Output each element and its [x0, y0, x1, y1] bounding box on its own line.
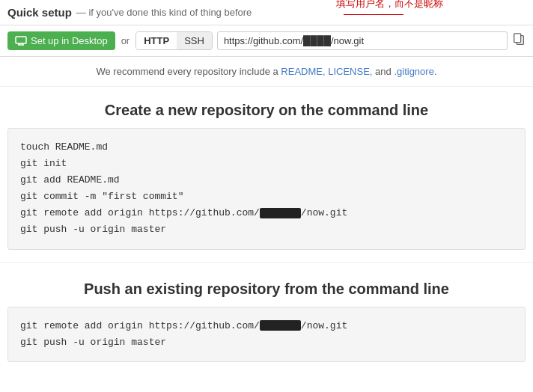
svg-rect-5	[514, 33, 521, 42]
protocol-tabs: HTTP SSH	[135, 31, 213, 50]
ssh-tab[interactable]: SSH	[177, 32, 212, 49]
url-bar-section: Set up in Desktop or HTTP SSH	[0, 25, 533, 57]
gitignore-link[interactable]: .gitignore	[394, 66, 433, 77]
section2-code: git remote add origin https://github.com…	[7, 307, 526, 362]
redacted-username-1	[260, 208, 301, 218]
recommend-bar: We recommend every repository include a …	[0, 57, 533, 87]
monitor-icon	[15, 36, 27, 46]
section1-code: touch README.md git init git add README.…	[7, 128, 526, 250]
http-tab[interactable]: HTTP	[136, 32, 177, 49]
readme-link[interactable]: README,	[281, 66, 325, 77]
setup-desktop-button[interactable]: Set up in Desktop	[7, 31, 115, 50]
license-link[interactable]: LICENSE,	[328, 66, 372, 77]
recommend-and: and	[375, 66, 394, 77]
quick-setup-bar: Quick setup — if you've done this kind o…	[0, 0, 533, 25]
repo-url-input[interactable]	[217, 31, 508, 50]
quick-setup-title: Quick setup	[7, 6, 72, 19]
section2-title: Push an existing repository from the com…	[0, 266, 533, 307]
section-divider	[0, 262, 533, 263]
svg-rect-0	[16, 37, 26, 43]
section1-title: Create a new repository on the command l…	[0, 87, 533, 128]
redacted-username-2	[260, 320, 301, 331]
recommend-prefix: We recommend every repository include a	[96, 66, 278, 77]
desktop-button-label: Set up in Desktop	[31, 35, 108, 46]
clipboard-icon[interactable]	[512, 33, 526, 49]
annotation-chinese: 填写用户名，而不是昵称	[336, 0, 443, 10]
quick-setup-subtitle: — if you've done this kind of thing befo…	[76, 7, 252, 18]
or-label: or	[121, 35, 130, 46]
